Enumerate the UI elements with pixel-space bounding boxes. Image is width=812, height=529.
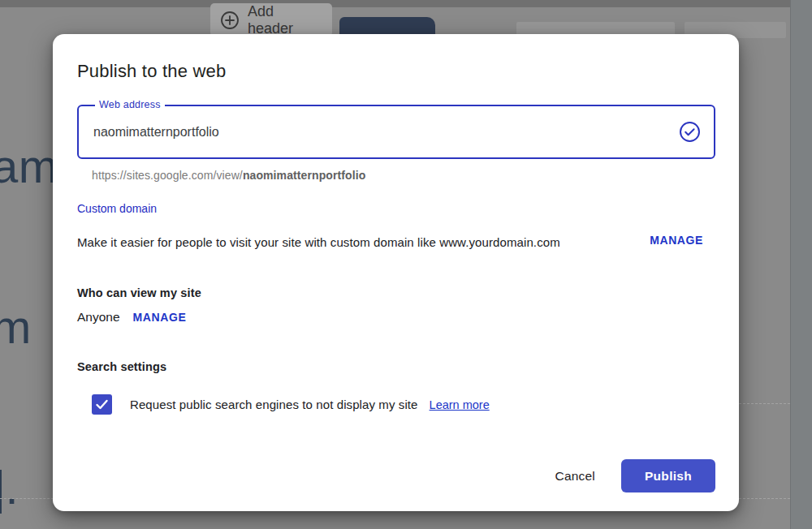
plus-circle-icon	[220, 11, 240, 30]
heading-line: ].	[0, 461, 58, 514]
editor-guide-line	[739, 403, 790, 404]
custom-domain-link[interactable]: Custom domain	[77, 202, 157, 215]
search-engines-checkbox[interactable]	[92, 394, 112, 415]
search-engines-checkbox-label: Request public search engines to not dis…	[130, 398, 418, 411]
site-heading-partial-text: am m ].	[0, 32, 58, 529]
site-url-slug: naomimatternportfolio	[243, 169, 365, 182]
publish-button[interactable]: Publish	[621, 459, 715, 492]
search-settings-row: Request public search engines to not dis…	[92, 394, 490, 415]
search-settings-heading: Search settings	[77, 360, 166, 373]
heading-line: am	[0, 140, 58, 193]
app-toolbar-strip	[0, 0, 812, 7]
web-address-field[interactable]: Web address	[77, 105, 715, 159]
cancel-button[interactable]: Cancel	[547, 462, 603, 490]
custom-domain-description: Make it easier for people to visit your …	[77, 234, 560, 249]
who-can-view-manage-link[interactable]: MANAGE	[133, 311, 187, 324]
site-url-prefix: https://sites.google.com/view/	[92, 169, 243, 182]
dialog-actions: Cancel Publish	[547, 459, 715, 492]
custom-domain-manage-link[interactable]: MANAGE	[650, 234, 703, 247]
check-circle-icon	[679, 121, 701, 143]
editor-right-rail	[790, 0, 812, 529]
checkmark-icon	[95, 398, 109, 411]
who-can-view-row: Anyone MANAGE	[77, 310, 186, 325]
publish-to-web-dialog: Publish to the web Web address https://s…	[53, 34, 739, 511]
editor-guide-line	[739, 498, 790, 499]
site-url-preview: https://sites.google.com/view/naomimatte…	[92, 169, 365, 182]
add-header-label: Add header	[248, 3, 322, 37]
heading-line: m	[0, 300, 58, 354]
who-can-view-heading: Who can view my site	[77, 286, 201, 299]
who-can-view-value: Anyone	[77, 310, 120, 325]
editor-guide-line	[0, 498, 54, 499]
web-address-input[interactable]	[79, 125, 679, 140]
add-header-button: Add header	[210, 3, 332, 37]
dialog-title: Publish to the web	[77, 60, 226, 83]
learn-more-link[interactable]: Learn more	[430, 398, 490, 411]
web-address-label: Web address	[95, 99, 165, 110]
custom-domain-row: Make it easier for people to visit your …	[77, 234, 703, 249]
